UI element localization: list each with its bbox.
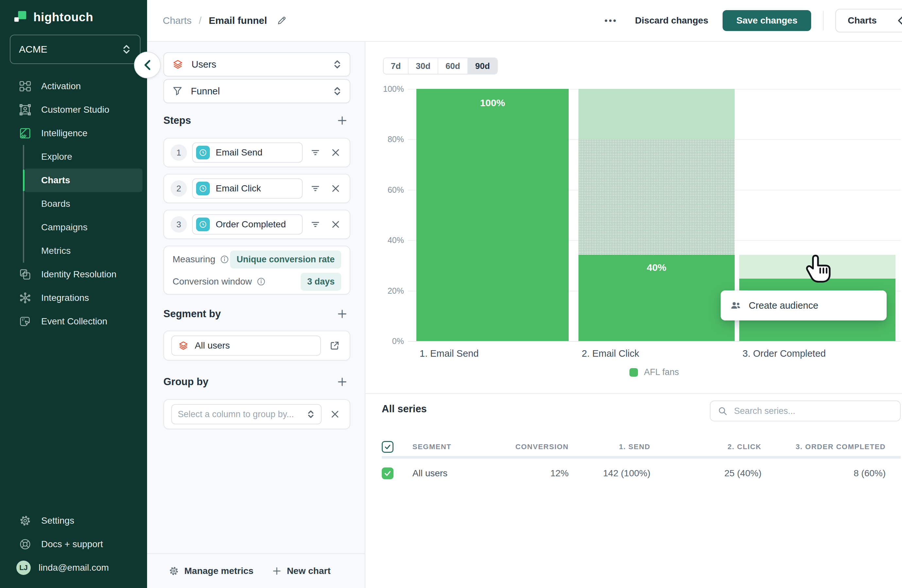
- create-audience-label: Create audience: [749, 300, 818, 311]
- step-event-name: Email Send: [216, 147, 262, 158]
- manage-metrics-button[interactable]: Manage metrics: [169, 566, 254, 576]
- segment-card: All users: [163, 331, 350, 361]
- funnel-bar-email-click-selected-dropoff[interactable]: [578, 139, 734, 255]
- breadcrumb-charts-link[interactable]: Charts: [163, 15, 191, 26]
- measuring-value-pill[interactable]: Unique conversion rate: [230, 250, 341, 269]
- select-all-checkbox[interactable]: [382, 441, 393, 453]
- conversion-window-value-pill[interactable]: 3 days: [301, 273, 341, 291]
- group-by-header: Group by: [163, 374, 350, 390]
- sidebar-item-label: Charts: [41, 175, 70, 186]
- external-link-icon[interactable]: [327, 338, 343, 353]
- step-event-select[interactable]: Order Completed: [192, 214, 303, 235]
- add-group-button[interactable]: [334, 374, 350, 390]
- funnel-bar-email-click-converted[interactable]: 40%: [578, 255, 734, 341]
- cell-conversion: 12%: [511, 468, 568, 479]
- funnel-bar-email-click-dropoff-top[interactable]: [578, 89, 734, 139]
- sidebar-item-label: Settings: [41, 516, 74, 526]
- column-header-send[interactable]: 1. SEND: [568, 443, 650, 451]
- funnel-bar-order-completed-dropoff[interactable]: [739, 255, 896, 278]
- chevron-updown-icon: [307, 409, 315, 419]
- column-header-segment[interactable]: SEGMENT: [412, 443, 511, 451]
- charts-panel-toggle-button[interactable]: Charts: [835, 9, 902, 32]
- parent-model-select[interactable]: Users: [163, 52, 350, 77]
- step-event-select[interactable]: Email Click: [192, 178, 303, 199]
- segment-select[interactable]: All users: [171, 336, 321, 356]
- info-icon[interactable]: [257, 277, 266, 286]
- search-series-box[interactable]: [710, 400, 901, 421]
- sidebar-item-label: Boards: [41, 199, 70, 209]
- activation-icon: [19, 80, 31, 92]
- range-90d-button[interactable]: 90d: [467, 58, 497, 74]
- chart-legend[interactable]: AFL fans: [408, 367, 901, 377]
- step-row-3: 3 Order Completed: [163, 210, 350, 239]
- search-series-input[interactable]: [733, 406, 893, 416]
- series-table-row[interactable]: All users 12% 142 (100%) 25 (40%) 8 (60%…: [382, 462, 886, 485]
- funnel-bar-email-send[interactable]: 100%: [417, 89, 568, 341]
- column-header-order-completed[interactable]: 3. ORDER COMPLETED: [761, 443, 886, 451]
- funnel-icon: [172, 86, 183, 97]
- remove-step-icon[interactable]: [328, 181, 343, 196]
- add-step-button[interactable]: [334, 113, 350, 129]
- sidebar-item-settings[interactable]: Settings: [0, 509, 147, 532]
- sidebar-item-campaigns[interactable]: Campaigns: [24, 216, 143, 239]
- cell-send: 142 (100%): [568, 468, 650, 479]
- remove-step-icon[interactable]: [328, 145, 343, 160]
- sidebar-nav: Activation Customer Studio: [0, 75, 147, 333]
- gridline-0: [408, 341, 901, 342]
- sidebar-item-label: Event Collection: [41, 316, 107, 327]
- header-actions: ••• Discard changes Save changes Charts: [601, 0, 902, 41]
- range-30d-button[interactable]: 30d: [408, 58, 438, 74]
- row-checkbox[interactable]: [382, 468, 393, 479]
- y-axis-tick: 60%: [368, 185, 404, 195]
- filter-icon[interactable]: [308, 217, 323, 232]
- save-changes-button[interactable]: Save changes: [723, 10, 811, 31]
- sidebar-item-event-collection[interactable]: Event Collection: [0, 310, 147, 333]
- sidebar: hightouch ACME Activation: [0, 0, 147, 588]
- sidebar-item-intelligence[interactable]: Intelligence: [0, 122, 147, 145]
- new-chart-button[interactable]: New chart: [272, 566, 331, 576]
- sidebar-item-metrics[interactable]: Metrics: [24, 239, 143, 263]
- sidebar-item-explore[interactable]: Explore: [24, 145, 143, 169]
- filter-icon[interactable]: [308, 145, 323, 160]
- sidebar-item-docs-support[interactable]: Docs + support: [0, 532, 147, 556]
- config-footer: Manage metrics New chart: [147, 554, 365, 588]
- sidebar-item-label: Identity Resolution: [41, 269, 116, 280]
- measuring-row: Measuring Unique conversion rate: [164, 248, 350, 271]
- sidebar-item-label: Intelligence: [41, 128, 88, 139]
- step-event-select[interactable]: Email Send: [192, 142, 303, 163]
- sidebar-item-account[interactable]: LJ linda@email.com: [0, 556, 147, 580]
- info-icon[interactable]: [220, 255, 229, 264]
- more-options-button[interactable]: •••: [601, 13, 621, 29]
- range-60d-button[interactable]: 60d: [438, 58, 467, 74]
- sidebar-item-identity-resolution[interactable]: Identity Resolution: [0, 263, 147, 286]
- intelligence-icon: [19, 127, 31, 139]
- column-header-click[interactable]: 2. CLICK: [650, 443, 761, 451]
- collapse-panel-button[interactable]: [134, 52, 161, 78]
- filter-icon[interactable]: [308, 181, 323, 196]
- range-7d-button[interactable]: 7d: [384, 58, 408, 74]
- sidebar-item-activation[interactable]: Activation: [0, 75, 147, 98]
- add-segment-button[interactable]: [334, 306, 350, 322]
- cell-segment: All users: [412, 468, 511, 479]
- remove-group-icon[interactable]: [327, 407, 343, 422]
- sidebar-item-customer-studio[interactable]: Customer Studio: [0, 98, 147, 122]
- workspace-selector[interactable]: ACME: [10, 34, 141, 64]
- step-number: 1: [171, 144, 187, 161]
- chart-config-panel: Users Funnel Steps: [147, 42, 365, 588]
- page-title: Email funnel: [209, 15, 267, 26]
- group-by-select[interactable]: Select a column to group by...: [171, 404, 322, 424]
- column-header-conversion[interactable]: CONVERSION: [511, 443, 568, 451]
- edit-pencil-icon[interactable]: [274, 13, 289, 28]
- sidebar-item-label: Metrics: [41, 246, 70, 256]
- sidebar-item-integrations[interactable]: Integrations: [0, 286, 147, 310]
- chart-type-select[interactable]: Funnel: [163, 79, 350, 103]
- sidebar-item-boards[interactable]: Boards: [24, 192, 143, 216]
- chevron-updown-icon: [333, 86, 342, 96]
- create-audience-menu-item[interactable]: Create audience: [720, 291, 886, 321]
- database-layers-icon: [178, 340, 189, 351]
- y-axis-tick: 40%: [368, 236, 404, 245]
- sidebar-item-charts[interactable]: Charts: [24, 169, 143, 192]
- remove-step-icon[interactable]: [328, 217, 343, 232]
- y-axis-tick: 20%: [368, 286, 404, 296]
- discard-changes-button[interactable]: Discard changes: [621, 16, 723, 26]
